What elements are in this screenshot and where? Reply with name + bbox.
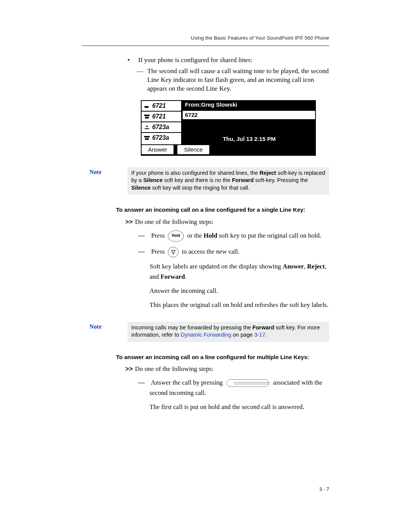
sec1-step-2: Press ▽ to access the new call. Soft key… xyxy=(138,246,329,310)
sec1-s2-a: Press xyxy=(151,248,166,255)
line-key-3: 6723a xyxy=(142,122,181,133)
note-1-b2: Silence xyxy=(143,177,162,183)
status-bar: Thu, Jul 13 2:15 PM xyxy=(183,120,316,144)
from-number: 6722 xyxy=(185,111,198,119)
sec1-step-1: Press Hold or the Hold soft key to put t… xyxy=(138,230,329,242)
dynamic-forwarding-link[interactable]: Dynamic Forwarding xyxy=(181,332,231,338)
note2-b1: Forward xyxy=(252,324,274,331)
section-2-intro-text: Do one of the following steps: xyxy=(135,365,213,372)
sec1-s2-p1a: Soft key labels are updated on the displ… xyxy=(150,263,283,270)
sec1-s2-b2: Reject xyxy=(307,263,325,270)
sec2-step-1: Answer the call by pressing associated w… xyxy=(138,377,329,412)
note-1-body: If your phone is also configured for sha… xyxy=(127,167,329,195)
ringing-icon xyxy=(144,125,150,130)
line-key-4: 6723a xyxy=(142,133,181,143)
intro-list: If your phone is configured for shared l… xyxy=(127,56,329,93)
line-key-1: 6721 xyxy=(142,101,181,112)
section-2-intro: >>Do one of the following steps: xyxy=(125,365,329,374)
hold-key-icon: Hold xyxy=(168,230,184,242)
section-2-steps: Answer the call by pressing associated w… xyxy=(138,377,329,412)
note-1-t4: soft-key. Pressing the xyxy=(254,177,308,183)
caller-row: From: Greg Slowski xyxy=(183,100,316,110)
phone-solid-icon xyxy=(144,114,150,119)
sec1-s2-p1: Soft key labels are updated on the displ… xyxy=(150,261,329,282)
section-1-heading: To answer an incoming call on a line con… xyxy=(116,206,329,214)
step-arrow-icon: >> xyxy=(125,218,133,225)
note-2-body: Incoming calls may be forwarded by press… xyxy=(127,322,329,342)
sec2-s1-p1: The first call is put on hold and the se… xyxy=(150,402,329,412)
running-header: Using the Basic Features of Your SoundPo… xyxy=(82,35,329,41)
note2-t4: . xyxy=(265,332,267,338)
sec1-s1-c: soft key to put the original call on hol… xyxy=(217,232,321,239)
line-key-4-ext: 6723a xyxy=(152,134,169,142)
note-1-t1: If your phone is also configured for sha… xyxy=(131,170,260,176)
sec1-s2-p2: Answer the incoming call. xyxy=(150,286,329,296)
status-datetime: Thu, Jul 13 2:15 PM xyxy=(223,135,276,143)
sec1-s1-a: Press xyxy=(151,232,166,239)
phone-display: 6721 6721 6723a xyxy=(141,100,316,156)
header-rule xyxy=(82,45,329,46)
note2-page-link[interactable]: 3-17 xyxy=(254,332,265,338)
body-content: If your phone is configured for shared l… xyxy=(127,56,329,412)
line-key-icon xyxy=(226,379,269,387)
sec1-s2-p3: This places the original call on hold an… xyxy=(150,300,329,310)
phone-main: From: Greg Slowski 6722 Thu, Jul 13 2:15… xyxy=(183,100,316,144)
phone-solid-icon xyxy=(144,135,150,141)
sec1-s2-b: to access the new call. xyxy=(180,248,239,255)
note-label: Note xyxy=(89,168,102,176)
note-1-b1: Reject xyxy=(260,170,276,176)
note2-t3: on page xyxy=(231,332,254,338)
line-key-3-ext: 6723a xyxy=(152,123,169,131)
from-name: Greg Slowski xyxy=(201,101,237,109)
section-1-intro-text: Do one of the following steps: xyxy=(135,218,213,225)
note-1: Note If your phone is also configured fo… xyxy=(82,167,329,195)
sec1-s2-period: . xyxy=(185,273,186,280)
sec1-s1-b: or the xyxy=(185,232,204,239)
intro-bullet: If your phone is configured for shared l… xyxy=(127,56,329,93)
section-1-intro: >>Do one of the following steps: xyxy=(125,218,329,227)
step-arrow-icon: >> xyxy=(125,365,133,372)
page-number: 3 - 7 xyxy=(319,486,329,492)
section-1-steps: Press Hold or the Hold soft key to put t… xyxy=(138,230,329,310)
note2-t1: Incoming calls may be forwarded by press… xyxy=(131,324,252,331)
line-key-column: 6721 6721 6723a xyxy=(141,100,183,144)
sec1-s2-b1: Answer xyxy=(283,263,304,270)
intro-sub: The second call will cause a call waitin… xyxy=(137,67,329,93)
softkey-row: Answer Silence xyxy=(141,144,316,156)
sec1-s2-b3: Forward xyxy=(161,273,185,280)
from-label: From: xyxy=(185,101,201,109)
caller-number-row: 6722 xyxy=(183,110,316,120)
handset-icon xyxy=(144,103,150,109)
note-1-t5: soft key will stop the ringing for that … xyxy=(151,185,250,191)
intro-bullet-text: If your phone is configured for shared l… xyxy=(138,56,252,64)
page: Using the Basic Features of Your SoundPo… xyxy=(0,0,411,532)
softkey-silence[interactable]: Silence xyxy=(177,144,210,155)
down-arrow-key-icon: ▽ xyxy=(168,247,178,257)
line-key-2-ext: 6721 xyxy=(152,112,166,121)
note-2: Note Incoming calls may be forwarded by … xyxy=(82,322,329,342)
note-1-b4: Silence xyxy=(131,185,151,191)
note-label: Note xyxy=(89,323,102,331)
note-1-t3: soft key and there is no the xyxy=(162,177,232,183)
line-key-1-ext: 6721 xyxy=(152,102,166,110)
sec1-s2-c1: , xyxy=(304,263,307,270)
line-key-2: 6721 xyxy=(142,112,181,122)
sec1-s1-bold: Hold xyxy=(204,232,217,239)
section-2-heading: To answer an incoming call on a line con… xyxy=(116,353,329,361)
note-1-b3: Forward xyxy=(232,177,253,183)
sec2-s1-a: Answer the call by pressing xyxy=(151,379,224,386)
softkey-answer[interactable]: Answer xyxy=(141,144,174,155)
